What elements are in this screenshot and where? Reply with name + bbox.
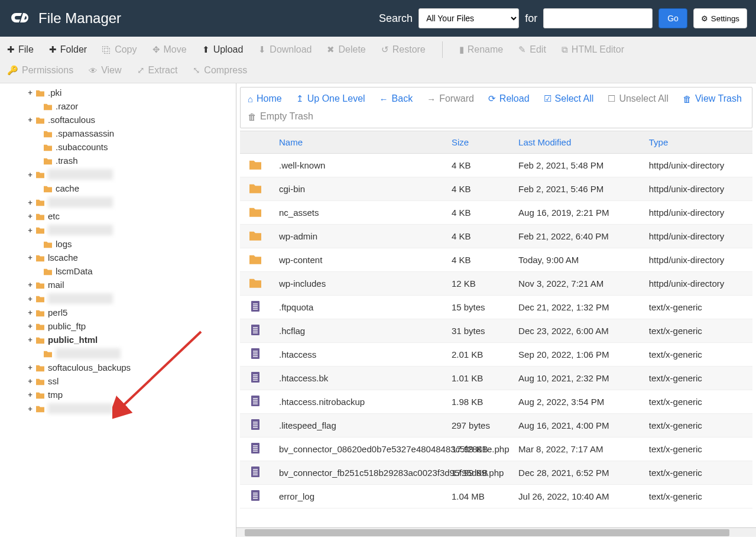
back-button[interactable]: ←Back	[379, 93, 413, 104]
edit-icon: ✎	[518, 44, 526, 55]
table-row[interactable]: wp-content4 KBToday, 9:00 AMhttpd/unix-d…	[240, 248, 752, 272]
select-all-button[interactable]: ☑Select All	[544, 93, 594, 104]
tree-toggle[interactable]: +	[27, 308, 34, 317]
tree-toggle[interactable]: +	[27, 198, 34, 207]
tree-item[interactable]: +.pki	[0, 86, 236, 99]
tree-toggle[interactable]: +	[27, 404, 34, 413]
tree-item[interactable]: +lscache	[0, 251, 236, 264]
scrollbar-thumb[interactable]	[245, 529, 729, 536]
tree-toggle[interactable]: +	[27, 115, 34, 124]
view-button[interactable]: 👁View	[87, 63, 122, 78]
unselect-all-button[interactable]: ☐Unselect All	[608, 93, 669, 104]
upload-button[interactable]: ⬆Upload	[201, 42, 245, 57]
table-row[interactable]: .ftpquota15 bytesDec 21, 2022, 1:32 PMte…	[240, 296, 752, 319]
table-row[interactable]: .litespeed_flag297 bytesAug 16, 2021, 4:…	[240, 414, 752, 438]
rename-button[interactable]: ▮Rename	[458, 42, 504, 57]
tree-item[interactable]: +xxxxxxx	[0, 401, 236, 416]
tree-toggle[interactable]: +	[27, 294, 34, 303]
tree-item[interactable]: .razor	[0, 99, 236, 113]
folder-icon	[35, 116, 46, 124]
tree-item[interactable]: .subaccounts	[0, 140, 236, 154]
delete-button[interactable]: ✖Delete	[326, 42, 366, 57]
tree-item[interactable]: xxxxxxx	[0, 346, 236, 361]
table-row[interactable]: nc_assets4 KBAug 16, 2019, 2:21 PMhttpd/…	[240, 201, 752, 225]
tree-item[interactable]: +etc	[0, 209, 236, 223]
copy-button[interactable]: ⿻Copy	[101, 42, 138, 57]
go-button[interactable]: Go	[658, 8, 687, 28]
table-row[interactable]: wp-admin4 KBFeb 21, 2022, 6:40 PMhttpd/u…	[240, 225, 752, 248]
tree-item[interactable]: .spamassassin	[0, 127, 236, 140]
tree-item[interactable]: logs	[0, 237, 236, 251]
tree-item[interactable]: +perl5	[0, 306, 236, 319]
column-size[interactable]: Size	[443, 131, 510, 154]
tree-item[interactable]: +tmp	[0, 388, 236, 401]
column-type[interactable]: Type	[641, 131, 752, 154]
forward-button[interactable]: →Forward	[427, 93, 474, 104]
tree-item[interactable]: lscmData	[0, 264, 236, 278]
download-button[interactable]: ⬇Download	[257, 42, 313, 57]
table-row[interactable]: cgi-bin4 KBFeb 2, 2021, 5:46 PMhttpd/uni…	[240, 177, 752, 201]
restore-button[interactable]: ↺Restore	[380, 42, 427, 57]
table-row[interactable]: .htaccess2.01 KBSep 20, 2022, 1:06 PMtex…	[240, 343, 752, 367]
table-row[interactable]: bv_connector_fb251c518b29283ac0023f3d95f…	[240, 461, 752, 485]
folder-icon	[35, 391, 46, 399]
file-type: httpd/unix-directory	[641, 248, 752, 272]
tree-toggle[interactable]: +	[27, 335, 34, 344]
table-row[interactable]: error_log1.04 MBJul 26, 2022, 10:40 AMte…	[240, 485, 752, 508]
file-name: bv_connector_fb251c518b29283ac0023f3d95f…	[271, 461, 443, 485]
tree-toggle[interactable]: +	[27, 390, 34, 399]
tree-toggle[interactable]: +	[27, 226, 34, 235]
settings-button[interactable]: ⚙ Settings	[693, 8, 747, 28]
search-input[interactable]	[543, 8, 653, 28]
tree-toggle[interactable]: +	[27, 212, 34, 221]
search-scope-select[interactable]: All Your Files	[418, 8, 519, 28]
tree-toggle[interactable]: +	[27, 88, 34, 97]
folder-tree-panel[interactable]: +.pki.razor+.softaculous.spamassassin.su…	[0, 83, 236, 537]
column-name[interactable]: Name	[271, 131, 443, 154]
table-row[interactable]: .well-known4 KBFeb 2, 2021, 5:48 PMhttpd…	[240, 154, 752, 177]
html-editor-button[interactable]: ⧉HTML Editor	[560, 42, 625, 57]
tree-item[interactable]: +xxxxxxx	[0, 167, 236, 182]
table-row[interactable]: .htaccess.nitrobackup1.98 KBAug 2, 2022,…	[240, 390, 752, 414]
tree-toggle[interactable]: +	[27, 280, 34, 289]
new-folder-button[interactable]: ✚Folder	[48, 42, 88, 57]
extract-button[interactable]: ⤢Extract	[136, 63, 179, 78]
tree-toggle[interactable]: +	[27, 253, 34, 262]
new-file-button[interactable]: ✚File	[6, 42, 35, 57]
tree-toggle[interactable]: +	[27, 170, 34, 179]
column-modified[interactable]: Last Modified	[510, 131, 641, 154]
tree-item[interactable]: +xxxxxxx	[0, 291, 236, 306]
tree-toggle[interactable]: +	[27, 363, 34, 372]
file-table: Name Size Last Modified Type .well-known…	[240, 131, 752, 508]
edit-button[interactable]: ✎Edit	[517, 42, 547, 57]
horizontal-scrollbar[interactable]	[236, 527, 756, 537]
tree-item[interactable]: +public_ftp	[0, 319, 236, 333]
tree-toggle[interactable]: +	[27, 322, 34, 331]
tree-item[interactable]: +mail	[0, 278, 236, 291]
tree-item[interactable]: +.softaculous	[0, 113, 236, 127]
tree-item[interactable]: .trash	[0, 154, 236, 167]
file-table-wrap[interactable]: Name Size Last Modified Type .well-known…	[240, 131, 752, 524]
tree-item[interactable]: +softaculous_backups	[0, 361, 236, 374]
empty-trash-button[interactable]: 🗑Empty Trash	[248, 111, 313, 122]
table-row[interactable]: .htaccess.bk1.01 KBAug 10, 2021, 2:32 PM…	[240, 367, 752, 390]
table-row[interactable]: .hcflag31 bytesDec 23, 2022, 6:00 AMtext…	[240, 319, 752, 343]
file-type: text/x-generic	[641, 414, 752, 438]
tree-toggle[interactable]: +	[27, 377, 34, 385]
tree-item[interactable]: +public_html	[0, 333, 236, 346]
move-button[interactable]: ✥Move	[151, 42, 188, 57]
tree-item[interactable]: +ssl	[0, 374, 236, 388]
compress-button[interactable]: ⤡Compress	[192, 63, 248, 78]
file-size: 1.98 KB	[443, 390, 510, 414]
tree-item[interactable]: cache	[0, 182, 236, 195]
home-button[interactable]: ⌂Home	[248, 93, 282, 104]
tree-item[interactable]: +xxxxxxx	[0, 223, 236, 237]
table-row[interactable]: wp-includes12 KBNov 3, 2022, 7:21 AMhttp…	[240, 272, 752, 296]
view-trash-button[interactable]: 🗑View Trash	[683, 93, 742, 104]
reload-button[interactable]: ⟳Reload	[488, 93, 530, 104]
table-row[interactable]: bv_connector_08620ed0b7e5327e48048483c5f…	[240, 438, 752, 461]
up-one-level-button[interactable]: ↥Up One Level	[296, 93, 365, 104]
tree-item[interactable]: +xxxxxxx	[0, 195, 236, 209]
column-icon[interactable]	[240, 131, 271, 154]
permissions-button[interactable]: 🔑Permissions	[6, 63, 74, 78]
